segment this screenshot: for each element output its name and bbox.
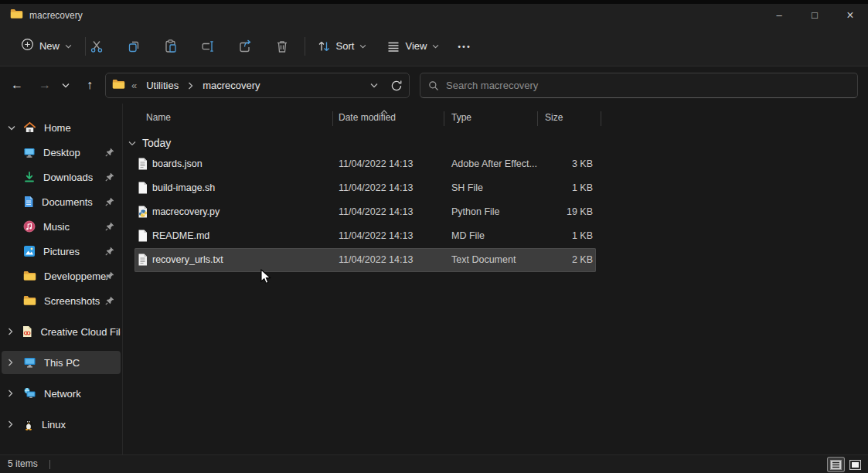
sidebar-item-label: This PC <box>44 357 80 369</box>
chevron-down-icon[interactable] <box>8 125 19 131</box>
navigation-pane: Home Desktop <box>0 104 123 454</box>
folder-icon <box>23 271 36 281</box>
copy-icon <box>126 39 141 54</box>
sidebar-item-downloads[interactable]: Downloads <box>2 165 121 189</box>
up-button[interactable]: ↑ <box>77 73 102 97</box>
pin-icon <box>105 197 114 206</box>
column-header-type[interactable]: Type <box>451 112 471 123</box>
sidebar-item-developpement[interactable]: Developpement <box>2 264 121 288</box>
file-row-boards-json[interactable]: boards.json 11/04/2022 14:13 Adobe After… <box>134 152 596 176</box>
sidebar-item-label: Documents <box>42 196 93 208</box>
column-separator[interactable] <box>601 111 601 126</box>
python-file-icon <box>138 206 148 218</box>
view-button-label: View <box>406 40 427 52</box>
back-button[interactable]: ← <box>5 73 29 97</box>
breadcrumb-utilities[interactable]: Utilities <box>143 78 182 93</box>
window-controls: – □ × <box>761 4 868 26</box>
chevron-down-icon <box>65 44 72 49</box>
sidebar-item-home[interactable]: Home <box>2 116 121 139</box>
search-input[interactable] <box>446 80 849 91</box>
sidebar-item-label: Pictures <box>43 246 80 257</box>
paste-button[interactable] <box>156 33 186 60</box>
breadcrumb-collapse-icon[interactable]: « <box>131 80 137 91</box>
text-document-icon <box>138 254 148 266</box>
chevron-down-icon <box>432 44 439 49</box>
more-dots-icon: ••• <box>458 42 471 51</box>
file-date: 11/04/2022 14:13 <box>339 206 413 217</box>
rename-button[interactable] <box>193 33 223 60</box>
sidebar-item-label: Desktop <box>43 147 80 158</box>
minimize-button[interactable]: – <box>761 4 797 26</box>
folder-icon <box>112 79 125 93</box>
file-row-readme-md[interactable]: README.md 11/04/2022 14:13 MD File 1 KB <box>134 224 596 248</box>
group-label: Today <box>142 137 171 149</box>
group-header-today[interactable]: Today <box>128 133 171 153</box>
sidebar-item-this-pc[interactable]: This PC <box>2 351 121 374</box>
document-icon <box>138 182 148 194</box>
address-dropdown-icon[interactable] <box>370 83 378 88</box>
file-date: 11/04/2022 14:13 <box>339 230 413 241</box>
chevron-right-icon[interactable] <box>8 328 17 335</box>
cut-icon <box>89 39 104 54</box>
view-button[interactable]: View <box>380 33 445 60</box>
column-header-name[interactable]: Name <box>146 112 171 123</box>
thumbnail-view-button[interactable] <box>847 458 863 471</box>
navigation-bar: ← → ↑ « Utilities macrecovery <box>0 67 868 104</box>
sidebar-item-screenshots[interactable]: Screenshots <box>2 289 121 312</box>
cut-button[interactable] <box>82 33 111 60</box>
sidebar-item-label: Downloads <box>43 172 93 183</box>
chevron-right-icon[interactable] <box>8 390 19 397</box>
column-separator[interactable] <box>444 111 444 126</box>
file-type: SH File <box>451 182 483 193</box>
copy-button[interactable] <box>119 33 148 60</box>
sidebar-item-label: Developpement <box>44 271 107 282</box>
delete-button[interactable] <box>267 33 297 60</box>
creative-cloud-icon <box>22 325 32 338</box>
more-options-button[interactable]: ••• <box>451 33 478 60</box>
breadcrumb-macrecovery[interactable]: macrecovery <box>199 78 263 93</box>
sort-ascending-icon <box>380 106 388 117</box>
chevron-right-icon[interactable] <box>8 359 19 366</box>
new-button[interactable]: New <box>14 33 79 60</box>
share-button[interactable] <box>230 33 260 60</box>
delete-icon <box>274 39 290 54</box>
address-bar[interactable]: « Utilities macrecovery <box>105 73 410 98</box>
sidebar-item-creative-cloud-files[interactable]: Creative Cloud Files <box>2 320 121 343</box>
file-date: 11/04/2022 14:13 <box>339 182 413 193</box>
close-button[interactable]: × <box>832 4 868 26</box>
file-row-build-image-sh[interactable]: build-image.sh 11/04/2022 14:13 SH File … <box>134 176 596 200</box>
toolbar-separator <box>305 37 305 56</box>
sidebar-item-music[interactable]: Music <box>2 215 121 238</box>
sidebar-item-desktop[interactable]: Desktop <box>2 141 121 164</box>
new-button-label: New <box>39 40 60 52</box>
file-name: macrecovery.py <box>152 206 220 217</box>
file-date: 11/04/2022 14:13 <box>339 254 413 265</box>
maximize-button[interactable]: □ <box>797 4 832 26</box>
sidebar-item-linux[interactable]: Linux <box>2 413 121 436</box>
sidebar-item-documents[interactable]: Documents <box>2 190 121 213</box>
sort-button[interactable]: Sort <box>311 33 373 60</box>
sidebar-item-network[interactable]: Network <box>2 382 121 405</box>
refresh-icon[interactable] <box>390 80 403 92</box>
sidebar-item-pictures[interactable]: Pictures <box>2 240 121 263</box>
chevron-right-icon[interactable] <box>8 420 19 428</box>
chevron-down-icon <box>359 44 366 49</box>
document-icon <box>138 230 148 242</box>
column-headers: Name Date modified Type Size <box>123 108 868 128</box>
file-row-macrecovery-py[interactable]: macrecovery.py 11/04/2022 14:13 Python F… <box>134 200 596 224</box>
recent-locations-button[interactable] <box>56 73 76 97</box>
file-row-recovery-urls-txt[interactable]: recovery_urls.txt 11/04/2022 14:13 Text … <box>134 248 596 272</box>
folder-tab[interactable]: macrecovery <box>10 4 83 26</box>
file-type: Adobe After Effect... <box>451 158 537 169</box>
forward-button[interactable]: → <box>32 73 57 97</box>
details-view-button[interactable] <box>828 458 844 471</box>
file-size: 2 KB <box>545 254 593 265</box>
file-explorer-window: macrecovery – □ × New <box>0 0 868 473</box>
column-header-size[interactable]: Size <box>545 112 563 123</box>
search-box[interactable] <box>420 73 858 98</box>
column-separator[interactable] <box>537 111 538 126</box>
chevron-down-icon <box>62 83 70 88</box>
file-size: 1 KB <box>545 230 593 241</box>
column-separator[interactable] <box>332 111 333 126</box>
pin-icon <box>105 148 114 157</box>
